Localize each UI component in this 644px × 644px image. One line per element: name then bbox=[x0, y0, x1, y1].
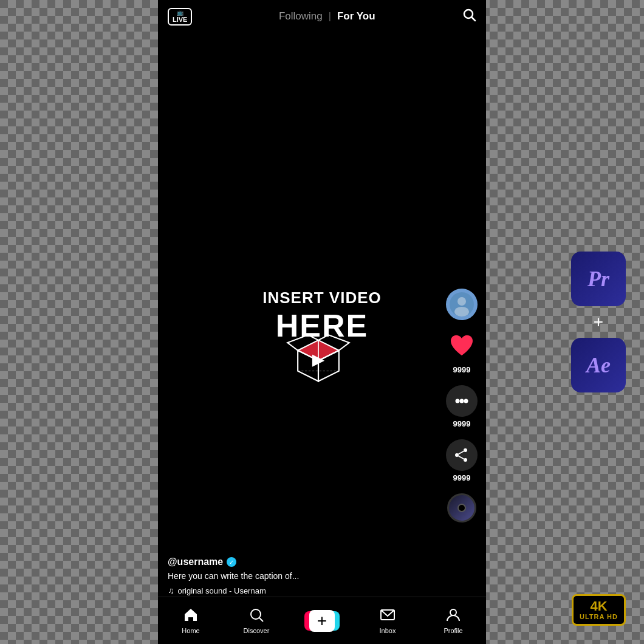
adobe-pr-label: Pr bbox=[587, 266, 609, 292]
insert-label: INSERT VIDEO bbox=[262, 289, 381, 307]
profile-icon bbox=[445, 607, 461, 625]
share-action[interactable]: 9999 bbox=[446, 439, 478, 482]
svg-point-13 bbox=[464, 399, 468, 403]
svg-point-14 bbox=[464, 448, 467, 452]
svg-point-22 bbox=[450, 609, 456, 615]
video-area: INSERT VIDEO HERE bbox=[158, 0, 486, 644]
home-icon bbox=[183, 607, 199, 625]
inbox-label: Inbox bbox=[380, 627, 396, 634]
ultrahd-label: ULTRA HD bbox=[580, 613, 618, 620]
top-navigation: 📺 LIVE Following | For You bbox=[158, 0, 486, 33]
comment-icon bbox=[446, 385, 478, 417]
video-info-panel: @username ✓ Here you can write the capti… bbox=[168, 557, 437, 595]
comment-count: 9999 bbox=[453, 419, 471, 428]
right-action-panel: 9999 9999 bbox=[446, 289, 478, 522]
comment-action[interactable]: 9999 bbox=[446, 385, 478, 428]
avatar bbox=[446, 289, 478, 320]
nav-create[interactable]: + bbox=[289, 610, 355, 632]
nav-home[interactable]: Home bbox=[158, 607, 224, 634]
avatar-action[interactable] bbox=[446, 289, 478, 320]
phone-frame: 📺 LIVE Following | For You INSERT VIDEO … bbox=[158, 0, 486, 644]
music-disc-icon bbox=[447, 493, 476, 522]
search-button[interactable] bbox=[462, 7, 476, 26]
box-placeholder-icon bbox=[282, 320, 355, 389]
svg-point-16 bbox=[455, 453, 459, 457]
music-disc-action[interactable] bbox=[447, 493, 476, 522]
svg-line-18 bbox=[459, 456, 464, 459]
nav-discover[interactable]: Discover bbox=[224, 607, 289, 634]
tab-for-you[interactable]: For You bbox=[337, 10, 375, 22]
discover-icon bbox=[248, 607, 264, 625]
verified-badge: ✓ bbox=[227, 557, 236, 567]
4k-label: 4K bbox=[580, 600, 618, 613]
share-count: 9999 bbox=[453, 473, 471, 482]
share-icon bbox=[446, 439, 478, 471]
like-count: 9999 bbox=[453, 365, 471, 374]
4k-badge: 4K ULTRA HD bbox=[572, 594, 626, 626]
adobe-after-effects-icon: Ae bbox=[571, 338, 626, 392]
profile-label: Profile bbox=[444, 627, 462, 634]
caption-text: Here you can write the caption of... bbox=[168, 571, 437, 581]
music-note-icon: ♫ bbox=[168, 586, 174, 595]
svg-line-20 bbox=[259, 618, 263, 622]
like-action[interactable]: 9999 bbox=[447, 331, 476, 374]
live-label: LIVE bbox=[173, 16, 187, 23]
nav-tabs: Following | For You bbox=[279, 10, 375, 22]
inbox-icon bbox=[380, 607, 396, 625]
svg-point-9 bbox=[457, 297, 466, 306]
music-label: original sound - Usernam bbox=[178, 586, 266, 595]
nav-profile[interactable]: Profile bbox=[420, 607, 486, 634]
svg-point-11 bbox=[456, 399, 460, 403]
adobe-panel: Pr + Ae bbox=[571, 252, 626, 392]
svg-point-12 bbox=[460, 399, 464, 403]
username-label[interactable]: @username bbox=[168, 557, 223, 567]
live-button[interactable]: 📺 LIVE bbox=[168, 8, 192, 26]
nav-inbox[interactable]: Inbox bbox=[355, 607, 420, 634]
adobe-ae-label: Ae bbox=[586, 352, 611, 378]
svg-point-10 bbox=[454, 307, 469, 317]
svg-line-1 bbox=[471, 18, 475, 21]
music-row: ♫ original sound - Usernam bbox=[168, 586, 437, 595]
svg-point-15 bbox=[464, 458, 467, 462]
heart-icon bbox=[447, 331, 476, 363]
tab-following[interactable]: Following bbox=[279, 10, 323, 22]
adobe-plus-sign: + bbox=[594, 312, 603, 332]
username-row: @username ✓ bbox=[168, 557, 437, 567]
discover-label: Discover bbox=[244, 627, 270, 634]
tab-divider: | bbox=[329, 11, 331, 22]
home-label: Home bbox=[182, 627, 199, 634]
svg-point-19 bbox=[251, 609, 261, 619]
svg-line-17 bbox=[459, 451, 464, 454]
adobe-premiere-icon: Pr bbox=[571, 252, 626, 306]
live-icon: 📺 bbox=[177, 10, 183, 16]
bottom-navigation: Home Discover + bbox=[158, 597, 486, 644]
